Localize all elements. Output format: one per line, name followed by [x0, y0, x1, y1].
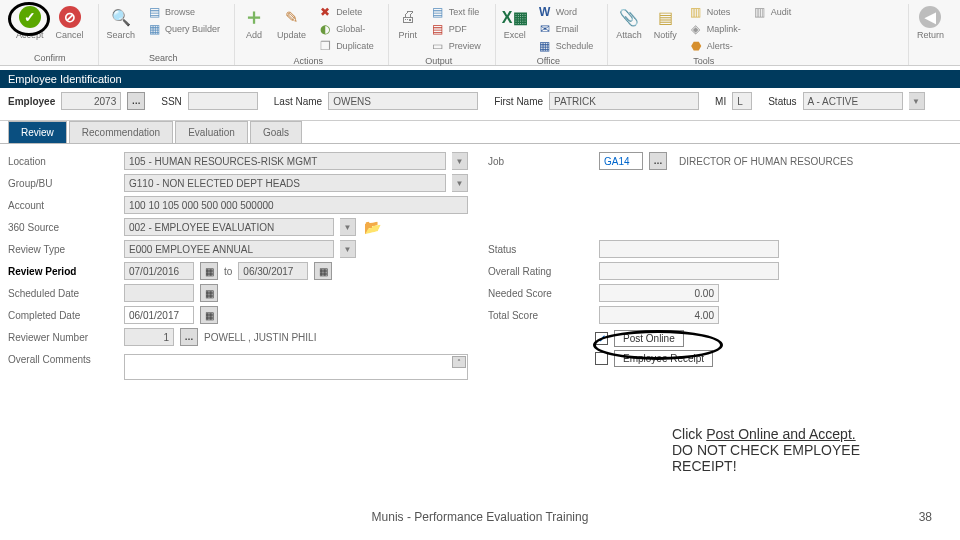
period-to-field[interactable]: 06/30/2017	[238, 262, 308, 280]
ribbon-group-office: X▦ Excel WWord ✉Email ▦Schedule Office	[495, 4, 602, 65]
cancel-button[interactable]: ⊘ Cancel	[54, 4, 86, 42]
notes-button[interactable]: ▥Notes	[687, 4, 743, 20]
completed-field[interactable]: 06/01/2017	[124, 306, 194, 324]
type-dropdown-icon[interactable]: ▼	[340, 240, 356, 258]
job-lookup-button[interactable]: …	[649, 152, 667, 170]
maplink-button[interactable]: ◈Maplink-	[687, 21, 743, 37]
post-online-checkbox[interactable]	[595, 332, 608, 345]
search-label: Search	[107, 30, 136, 40]
globe-icon: ◐	[318, 22, 332, 36]
source-field[interactable]: 002 - EMPLOYEE EVALUATION	[124, 218, 334, 236]
ssn-field[interactable]	[188, 92, 258, 110]
ribbon-group-search: 🔍 Search ▤ Browse ▦ Query Builder Search	[98, 4, 229, 65]
footer-page: 38	[919, 510, 932, 524]
notify-button[interactable]: ▤ Notify	[652, 4, 679, 42]
post-online-label: Post Online	[614, 330, 684, 347]
firstname-field[interactable]: PATRICK	[549, 92, 699, 110]
audit-button[interactable]: ▥Audit	[751, 4, 794, 20]
paperclip-icon: 📎	[618, 6, 640, 28]
update-label: Update	[277, 30, 306, 40]
reviewer-lookup-button[interactable]: …	[180, 328, 198, 346]
email-button[interactable]: ✉Email	[536, 21, 596, 37]
type-field[interactable]: E000 EMPLOYEE ANNUAL	[124, 240, 334, 258]
employee-field[interactable]: 2073	[61, 92, 121, 110]
employee-lookup-button[interactable]: …	[127, 92, 145, 110]
needed-field: 0.00	[599, 284, 719, 302]
add-button[interactable]: ＋ Add	[241, 4, 267, 42]
employee-receipt-label: Employee Receipt	[614, 350, 713, 367]
status-dropdown-icon[interactable]: ▼	[909, 92, 925, 110]
group-dropdown-icon[interactable]: ▼	[452, 174, 468, 192]
delete-button[interactable]: ✖Delete	[316, 4, 376, 20]
tabs: Review Recommendation Evaluation Goals	[0, 121, 960, 144]
mi-field[interactable]: L	[732, 92, 752, 110]
word-button[interactable]: WWord	[536, 4, 596, 20]
total-field: 4.00	[599, 306, 719, 324]
employee-label: Employee	[8, 96, 55, 107]
status2-field[interactable]	[599, 240, 779, 258]
attach-label: Attach	[616, 30, 642, 40]
ribbon-toolbar: ✓ Accept ⊘ Cancel Confirm 🔍 Search ▤ Bro…	[0, 0, 960, 66]
employee-receipt-checkbox[interactable]	[595, 352, 608, 365]
return-label: Return	[917, 30, 944, 40]
period-to-calendar-button[interactable]: ▦	[314, 262, 332, 280]
delete-icon: ✖	[318, 5, 332, 19]
firstname-label: First Name	[494, 96, 543, 107]
browse-button[interactable]: ▤ Browse	[145, 4, 222, 20]
location-field[interactable]: 105 - HUMAN RESOURCES-RISK MGMT	[124, 152, 446, 170]
search-button[interactable]: 🔍 Search	[105, 4, 138, 42]
textfile-button[interactable]: ▤Text file	[429, 4, 483, 20]
global-button[interactable]: ◐Global-	[316, 21, 376, 37]
global-label: Global-	[336, 24, 365, 34]
form-left-column: Location 105 - HUMAN RESOURCES-RISK MGMT…	[8, 150, 468, 384]
attach-button[interactable]: 📎 Attach	[614, 4, 644, 42]
pdf-icon: ▤	[431, 22, 445, 36]
ribbon-footer-actions: Actions	[294, 54, 324, 68]
period-from-calendar-button[interactable]: ▦	[200, 262, 218, 280]
tab-goals[interactable]: Goals	[250, 121, 302, 143]
period-label: Review Period	[8, 266, 118, 277]
map-icon: ◈	[689, 22, 703, 36]
query-builder-button[interactable]: ▦ Query Builder	[145, 21, 222, 37]
alerts-button[interactable]: ⬣Alerts-	[687, 38, 743, 54]
tab-evaluation[interactable]: Evaluation	[175, 121, 248, 143]
source-folder-button[interactable]: 📂	[362, 218, 382, 236]
rating-field[interactable]	[599, 262, 779, 280]
job-code-field[interactable]: GA14	[599, 152, 643, 170]
preview-button[interactable]: ▭Preview	[429, 38, 483, 54]
status-field[interactable]: A - ACTIVE	[803, 92, 903, 110]
scheduled-field[interactable]	[124, 284, 194, 302]
update-button[interactable]: ✎ Update	[275, 4, 308, 42]
browse-label: Browse	[165, 7, 195, 17]
tab-review[interactable]: Review	[8, 121, 67, 143]
comments-label: Overall Comments	[8, 354, 118, 365]
print-button[interactable]: 🖨 Print	[395, 4, 421, 42]
comments-textarea[interactable]: ˄	[124, 354, 468, 380]
comments-scroll-up[interactable]: ˄	[452, 356, 466, 368]
group-field[interactable]: G110 - NON ELECTED DEPT HEADS	[124, 174, 446, 192]
alerts-label: Alerts-	[707, 41, 733, 51]
schedule-label: Schedule	[556, 41, 594, 51]
schedule-button[interactable]: ▦Schedule	[536, 38, 596, 54]
excel-button[interactable]: X▦ Excel	[502, 4, 528, 42]
location-dropdown-icon[interactable]: ▼	[452, 152, 468, 170]
source-dropdown-icon[interactable]: ▼	[340, 218, 356, 236]
ribbon-group-output: 🖨 Print ▤Text file ▤PDF ▭Preview Output	[388, 4, 489, 65]
return-button[interactable]: ◀ Return	[915, 4, 946, 42]
excel-label: Excel	[504, 30, 526, 40]
scheduled-calendar-button[interactable]: ▦	[200, 284, 218, 302]
completed-calendar-button[interactable]: ▦	[200, 306, 218, 324]
tab-recommendation[interactable]: Recommendation	[69, 121, 173, 143]
reviewer-number-field[interactable]: 1	[124, 328, 174, 346]
duplicate-button[interactable]: ❐Duplicate	[316, 38, 376, 54]
mi-label: MI	[715, 96, 726, 107]
add-label: Add	[246, 30, 262, 40]
lastname-field[interactable]: OWENS	[328, 92, 478, 110]
pdf-label: PDF	[449, 24, 467, 34]
account-field[interactable]: 100 10 105 000 500 000 500000	[124, 196, 468, 214]
period-from-field[interactable]: 07/01/2016	[124, 262, 194, 280]
accept-button[interactable]: ✓ Accept	[14, 4, 46, 42]
pdf-button[interactable]: ▤PDF	[429, 21, 483, 37]
cancel-label: Cancel	[56, 30, 84, 40]
location-label: Location	[8, 156, 118, 167]
